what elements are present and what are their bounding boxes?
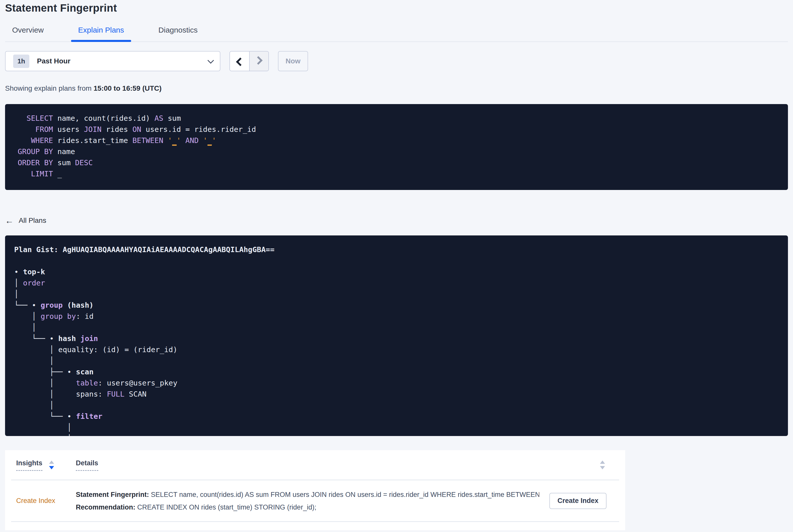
create-index-button[interactable]: Create Index [549,493,606,509]
details-cell: Statement Fingerprint: SELECT name, coun… [76,490,549,512]
time-controls-row: 1h Past Hour Now [5,51,788,71]
time-range-select[interactable]: 1h Past Hour [5,51,220,71]
time-range-label: Past Hour [37,57,70,65]
sort-asc-icon [600,460,605,464]
statement-fingerprint-line: Statement Fingerprint: SELECT name, coun… [76,490,539,499]
time-range-badge: 1h [13,55,29,68]
sort-desc-icon [600,466,605,469]
recommendation-text: CREATE INDEX ON rides (start_time) STORI… [135,504,316,511]
insights-sort-control[interactable] [49,460,54,469]
now-button[interactable]: Now [278,51,308,71]
time-nav-group [229,51,269,71]
sort-desc-icon [49,466,54,469]
details-header-label[interactable]: Details [76,459,98,471]
all-plans-link[interactable]: ← All Plans [5,216,46,225]
chevron-left-icon [236,58,245,66]
plan-gist-tree: Plan Gist: AgHUAQIABQAAAAHYAQIAiAEAAAADC… [5,235,788,436]
time-next-button[interactable] [249,52,268,71]
chevron-right-icon [254,56,263,65]
insights-table-card: Insights Details Create Index Statement … [5,450,625,530]
statement-fingerprint-text: SELECT name, count(rides.id) AS sum FROM… [149,491,539,498]
details-column-header: Details [76,459,614,471]
recommendation-label: Recommendation: [76,504,135,511]
all-plans-label: All Plans [19,216,46,225]
tab-diagnostics[interactable]: Diagnostics [151,26,205,41]
sort-asc-icon [49,460,54,464]
back-arrow-icon: ← [5,216,14,225]
tab-bar: Overview Explain Plans Diagnostics [5,26,788,42]
insights-column-header: Insights [16,459,76,471]
sql-fingerprint-code: SELECT name, count(rides.id) AS sum FROM… [5,104,788,190]
table-row: Create Index Statement Fingerprint: SELE… [11,480,619,522]
recommendation-line: Recommendation: CREATE INDEX ON rides (s… [76,503,539,512]
insights-table-header: Insights Details [11,450,619,480]
details-sort-control[interactable] [600,460,605,469]
page-container: Statement Fingerprint Overview Explain P… [0,0,793,530]
tab-explain-plans[interactable]: Explain Plans [71,26,131,41]
chevron-down-icon [207,57,214,63]
insight-type-link[interactable]: Create Index [16,497,76,505]
time-prev-button[interactable] [230,52,249,71]
showing-range-text: Showing explain plans from 15:00 to 16:5… [5,84,788,93]
page-title: Statement Fingerprint [5,2,788,14]
showing-range-bold: 15:00 to 16:59 (UTC) [94,84,162,92]
showing-prefix: Showing explain plans from [5,84,94,92]
tab-overview[interactable]: Overview [5,26,51,41]
statement-fingerprint-label: Statement Fingerprint: [76,491,149,498]
insights-header-label[interactable]: Insights [16,459,42,471]
